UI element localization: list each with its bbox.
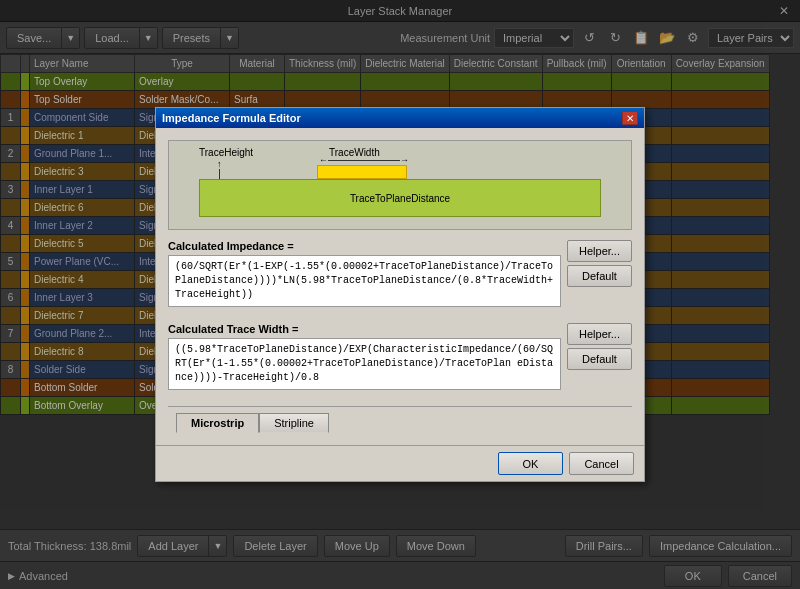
impedance-helper-button[interactable]: Helper... — [567, 240, 632, 262]
trace-width-formula-buttons: Helper... Default — [567, 323, 632, 370]
impedance-formula-side: Calculated Impedance = (60/SQRT(Er*(1-EX… — [168, 240, 561, 315]
trace-width-arrows: ← → — [319, 155, 409, 165]
impedance-default-button[interactable]: Default — [567, 265, 632, 287]
impedance-formula-buttons: Helper... Default — [567, 240, 632, 287]
trace-bar — [317, 165, 407, 179]
dialog-tabs: Microstrip Stripline — [168, 406, 632, 433]
impedance-formula-dialog: Impedance Formula Editor ✕ TraceHeight T… — [155, 107, 645, 482]
dialog-body: TraceHeight TraceWidth ↑ ↓ ← → — [156, 128, 644, 445]
trace-width-helper-button[interactable]: Helper... — [567, 323, 632, 345]
dialog-footer: OK Cancel — [156, 445, 644, 481]
dialog-overlay: Impedance Formula Editor ✕ TraceHeight T… — [0, 0, 800, 589]
arrow-right-icon: → — [400, 155, 409, 165]
calc-width-formula[interactable]: ((5.98*TraceToPlaneDistance)/EXP(Charact… — [168, 338, 561, 390]
dialog-title: Impedance Formula Editor — [162, 112, 301, 124]
trace-width-line — [328, 160, 400, 161]
arrow-left-icon: ← — [319, 155, 328, 165]
impedance-diagram: TraceHeight TraceWidth ↑ ↓ ← → — [168, 140, 632, 230]
trace-height-label: TraceHeight — [199, 147, 253, 158]
trace-to-plane-label: TraceToPlaneDistance — [350, 193, 450, 204]
calc-impedance-formula[interactable]: (60/SQRT(Er*(1-EXP(-1.55*(0.00002+TraceT… — [168, 255, 561, 307]
dialog-title-bar: Impedance Formula Editor ✕ — [156, 108, 644, 128]
dielectric-area: TraceToPlaneDistance — [199, 179, 601, 217]
dialog-cancel-button[interactable]: Cancel — [569, 452, 634, 475]
dialog-ok-button[interactable]: OK — [498, 452, 563, 475]
tab-stripline[interactable]: Stripline — [259, 413, 329, 433]
trace-width-formula-section: Calculated Trace Width = ((5.98*TraceToP… — [168, 323, 632, 398]
impedance-formula-section: Calculated Impedance = (60/SQRT(Er*(1-EX… — [168, 240, 632, 315]
arrow-up-icon: ↑ — [217, 159, 222, 169]
calc-width-label: Calculated Trace Width = — [168, 323, 561, 335]
calc-impedance-label: Calculated Impedance = — [168, 240, 561, 252]
dialog-close-button[interactable]: ✕ — [622, 111, 638, 125]
trace-width-default-button[interactable]: Default — [567, 348, 632, 370]
tab-microstrip[interactable]: Microstrip — [176, 413, 259, 433]
trace-width-formula-side: Calculated Trace Width = ((5.98*TraceToP… — [168, 323, 561, 398]
